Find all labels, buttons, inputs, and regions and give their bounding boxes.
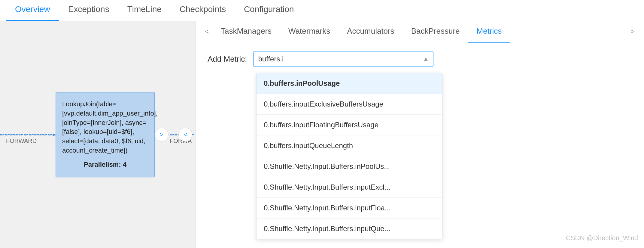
expand-right-button[interactable]: >	[155, 128, 169, 141]
flow-area: FORWARD LookupJoin(table=[vvp.default.di…	[0, 21, 195, 248]
dropdown-item-3[interactable]: 0.buffers.inputQueueLength	[257, 135, 442, 156]
forward-label-left: FORWARD	[6, 138, 37, 144]
node-text: LookupJoin(table=[vvp.default.dim_app_us…	[62, 100, 148, 155]
tab-metrics[interactable]: Metrics	[468, 20, 510, 43]
connector-right: >	[155, 128, 169, 141]
dropdown-item-2[interactable]: 0.buffers.inputFloatingBuffersUsage	[257, 115, 442, 135]
tab-timeline[interactable]: TimeLine	[118, 0, 171, 21]
collapse-left-button[interactable]: <	[178, 128, 192, 141]
dropdown-item-7[interactable]: 0.Shuffle.Netty.Input.Buffers.inputQue..…	[257, 219, 442, 239]
dropdown-item-0[interactable]: 0.buffers.inPoolUsage	[257, 73, 442, 94]
parallelism-label: Parallelism: 4	[62, 160, 148, 169]
add-metric-row: Add Metric: ▲	[208, 51, 632, 67]
metric-search-input[interactable]	[253, 51, 433, 67]
node-box: LookupJoin(table=[vvp.default.dim_app_us…	[56, 92, 155, 177]
left-panel: FORWARD LookupJoin(table=[vvp.default.di…	[0, 21, 195, 248]
left-arrow-line	[0, 134, 60, 135]
right-panel: < TaskManagers Watermarks Accumulators B…	[195, 21, 644, 248]
tab-backpressure[interactable]: BackPressure	[403, 20, 468, 43]
dropdown-item-5[interactable]: 0.Shuffle.Netty.Input.Buffers.inputExcl.…	[257, 177, 442, 198]
sub-tab-bar: < TaskManagers Watermarks Accumulators B…	[196, 21, 644, 42]
tab-accumulators[interactable]: Accumulators	[339, 20, 403, 43]
add-metric-label: Add Metric:	[208, 54, 247, 64]
metric-dropdown: 0.buffers.inPoolUsage 0.buffers.inputExc…	[256, 73, 442, 239]
tab-watermarks[interactable]: Watermarks	[280, 20, 339, 43]
dropdown-scroll-area[interactable]: 0.buffers.inPoolUsage 0.buffers.inputExc…	[257, 73, 442, 239]
tab-taskmanagers[interactable]: TaskManagers	[212, 20, 280, 43]
sub-tab-nav-left[interactable]: <	[202, 26, 212, 37]
tab-exceptions[interactable]: Exceptions	[59, 0, 118, 21]
dropdown-item-4[interactable]: 0.Shuffle.Netty.Input.Buffers.inPoolUs..…	[257, 156, 442, 177]
metric-input-wrapper: ▲	[253, 51, 433, 67]
tab-overview[interactable]: Overview	[6, 0, 59, 21]
top-tab-bar: Overview Exceptions TimeLine Checkpoints…	[0, 0, 644, 21]
metrics-content: Add Metric: ▲ 0.buffers.inPoolUsage 0.bu…	[196, 42, 644, 248]
svg-marker-1	[53, 134, 56, 137]
dropdown-item-6[interactable]: 0.Shuffle.Netty.Input.Buffers.inputFloa.…	[257, 198, 442, 219]
dropdown-item-1[interactable]: 0.buffers.inputExclusiveBuffersUsage	[257, 94, 442, 115]
tab-configuration[interactable]: Configuration	[235, 0, 303, 21]
chevron-up-icon[interactable]: ▲	[423, 55, 429, 63]
sub-tab-nav-right[interactable]: >	[627, 26, 638, 37]
tab-checkpoints[interactable]: Checkpoints	[171, 0, 235, 21]
main-content: FORWARD LookupJoin(table=[vvp.default.di…	[0, 21, 644, 248]
